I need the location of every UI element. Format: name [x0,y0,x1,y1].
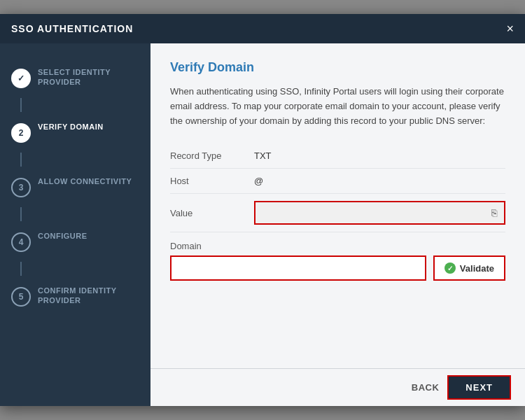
sidebar: ✓ SELECT IDENTITYPROVIDER 2 VERIFY DOMAI… [0,43,150,406]
step-connector-2 [20,153,22,167]
record-type-label: Record Type [170,150,254,161]
domain-input-wrap: Domain [170,241,426,281]
value-input[interactable] [261,208,490,218]
step-connector-1 [20,98,22,112]
step-2-label: VERIFY DOMAIN [38,122,104,132]
validate-label: Validate [460,263,494,274]
step-5-circle: 5 [11,287,31,307]
next-button[interactable]: NEXT [447,375,511,400]
step-connector-3 [20,207,22,221]
close-button[interactable]: × [506,22,514,35]
modal-title: SSO AUTHENTICATION [11,23,133,34]
back-button[interactable]: BACK [412,382,440,393]
record-type-row: Record Type TXT [170,144,505,169]
record-type-value: TXT [254,150,272,161]
domain-label: Domain [170,241,426,251]
validate-button[interactable]: ✓ Validate [433,255,505,281]
copy-icon[interactable]: ⎘ [490,206,498,220]
sidebar-item-verify-domain[interactable]: 2 VERIFY DOMAIN [0,112,150,153]
modal-footer: BACK NEXT [150,368,525,406]
sidebar-item-confirm-identity-provider[interactable]: 5 CONFIRM IDENTITYPROVIDER [0,276,150,316]
sidebar-item-select-identity-provider[interactable]: ✓ SELECT IDENTITYPROVIDER [0,57,150,98]
sidebar-item-allow-connectivity[interactable]: 3 ALLOW CONNECTIVITY [0,167,150,207]
section-title: Verify Domain [170,60,505,75]
step-connector-4 [20,262,22,276]
value-input-container: ⎘ [254,201,505,225]
step-4-circle: 4 [11,232,31,252]
step-5-label: CONFIRM IDENTITYPROVIDER [38,286,117,306]
host-row: Host @ [170,169,505,194]
step-4-label: CONFIGURE [38,231,88,241]
step-2-circle: 2 [11,123,31,143]
value-label: Value [170,208,254,218]
validate-check-icon: ✓ [444,262,456,274]
sidebar-item-configure[interactable]: 4 CONFIGURE [0,221,150,262]
main-content: Verify Domain When authenticating using … [150,43,525,406]
domain-input[interactable] [170,255,426,281]
description-text: When authenticating using SSO, Infinity … [170,85,505,128]
step-1-label: SELECT IDENTITYPROVIDER [38,67,111,88]
step-1-circle: ✓ [11,69,31,88]
domain-row: Domain ✓ Validate [170,232,505,289]
value-row: Value ⎘ [170,194,505,232]
host-value: @ [254,176,263,186]
host-label: Host [170,176,254,186]
step-3-label: ALLOW CONNECTIVITY [38,176,132,186]
step-3-circle: 3 [11,178,31,197]
